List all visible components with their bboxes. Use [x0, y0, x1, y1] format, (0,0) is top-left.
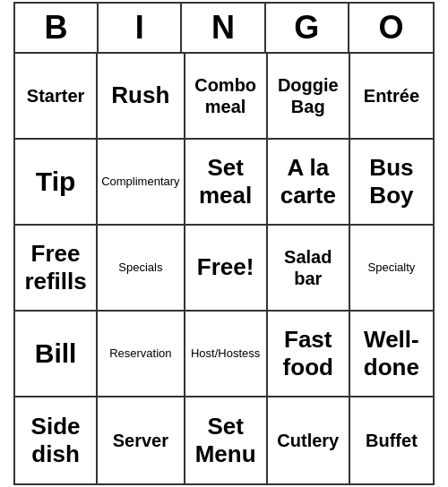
cell-text-24: Buffet — [366, 430, 418, 451]
bingo-cell-11: Specials — [98, 226, 185, 312]
header-letter-I: I — [99, 4, 182, 52]
bingo-cell-16: Reservation — [98, 312, 185, 397]
bingo-cell-7: Set meal — [185, 140, 268, 226]
bingo-card: BINGO StarterRushCombo mealDoggie BagEnt… — [13, 2, 435, 485]
cell-text-22: Set Menu — [195, 413, 256, 468]
cell-text-3: Doggie Bag — [278, 74, 339, 117]
cell-text-21: Server — [113, 430, 168, 451]
cell-text-0: Starter — [27, 85, 84, 107]
cell-text-9: Bus Boy — [369, 154, 413, 209]
cell-text-1: Rush — [111, 81, 169, 109]
cell-text-17: Host/Hostess — [191, 346, 260, 361]
cell-text-14: Specialty — [368, 261, 416, 275]
bingo-cell-22: Set Menu — [185, 397, 268, 483]
cell-text-11: Specials — [118, 261, 162, 275]
bingo-cell-18: Fast food — [268, 312, 350, 397]
cell-text-5: Tip — [36, 166, 75, 198]
bingo-cell-0: Starter — [15, 54, 98, 140]
bingo-cell-8: A la carte — [268, 140, 350, 226]
bingo-cell-19: Well- done — [350, 312, 433, 397]
bingo-cell-13: Salad bar — [268, 226, 350, 312]
bingo-grid: StarterRushCombo mealDoggie BagEntréeTip… — [15, 54, 433, 483]
bingo-cell-3: Doggie Bag — [268, 54, 350, 140]
cell-text-6: Complimentary — [101, 175, 179, 189]
bingo-cell-12: Free! — [185, 226, 268, 312]
bingo-cell-10: Free refills — [15, 226, 98, 312]
header-letter-B: B — [15, 4, 99, 52]
cell-text-7: Set meal — [199, 154, 252, 209]
header-letter-N: N — [182, 4, 265, 52]
cell-text-20: Side dish — [31, 413, 81, 468]
bingo-cell-17: Host/Hostess — [185, 312, 268, 397]
bingo-cell-5: Tip — [15, 140, 98, 226]
cell-text-12: Free! — [197, 253, 254, 281]
cell-text-13: Salad bar — [284, 246, 332, 289]
cell-text-4: Entrée — [364, 85, 419, 107]
cell-text-10: Free refills — [24, 240, 86, 295]
cell-text-23: Cutlery — [277, 430, 339, 451]
bingo-cell-6: Complimentary — [98, 140, 185, 226]
cell-text-8: A la carte — [280, 154, 336, 209]
bingo-cell-21: Server — [98, 397, 185, 483]
cell-text-2: Combo meal — [194, 74, 256, 117]
bingo-cell-2: Combo meal — [185, 54, 268, 140]
cell-text-19: Well- done — [364, 326, 419, 381]
cell-text-15: Bill — [35, 337, 77, 370]
header-letter-O: O — [349, 4, 433, 52]
bingo-cell-9: Bus Boy — [350, 140, 433, 226]
cell-text-16: Reservation — [109, 346, 171, 361]
bingo-cell-15: Bill — [15, 312, 98, 397]
header-letter-G: G — [266, 4, 349, 52]
cell-text-18: Fast food — [283, 326, 333, 381]
bingo-cell-23: Cutlery — [268, 397, 350, 483]
bingo-cell-20: Side dish — [15, 397, 98, 483]
bingo-cell-14: Specialty — [350, 226, 433, 312]
bingo-cell-1: Rush — [98, 54, 185, 140]
bingo-cell-24: Buffet — [350, 397, 433, 483]
bingo-header: BINGO — [15, 4, 433, 54]
bingo-cell-4: Entrée — [350, 54, 433, 140]
